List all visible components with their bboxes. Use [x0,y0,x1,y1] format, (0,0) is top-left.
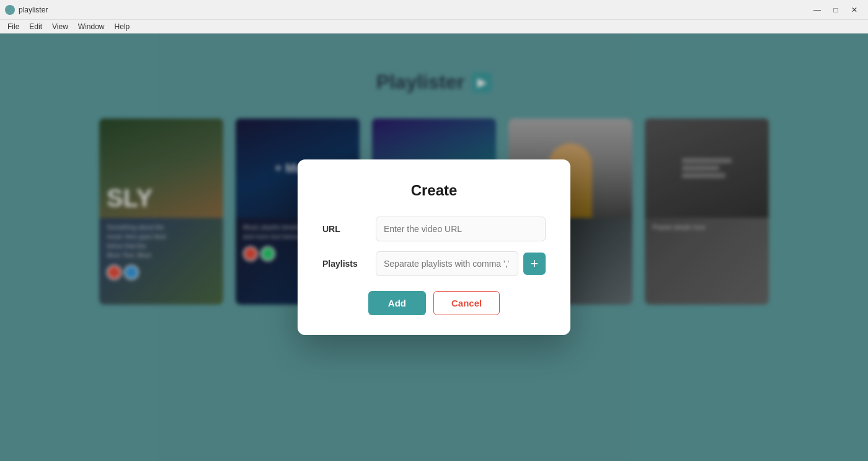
playlists-form-row: Playlists + [322,251,546,276]
url-form-row: URL [322,217,546,241]
menu-view[interactable]: View [47,21,73,32]
menu-file[interactable]: File [2,21,24,32]
playlists-input[interactable] [376,251,518,276]
modal-backdrop: Create URL Playlists + Add Cancel [0,34,868,461]
url-input[interactable] [376,217,546,241]
main-content: Playlister ▶ SLY Something about themusi… [0,34,868,461]
menu-window[interactable]: Window [73,21,110,32]
modal-actions: Add Cancel [322,291,546,315]
maximize-button[interactable]: □ [827,4,844,16]
playlists-input-group: + [376,251,546,276]
close-button[interactable]: ✕ [846,4,863,16]
title-bar-left: playlister [5,5,48,15]
modal-title: Create [322,182,546,199]
playlists-label: Playlists [322,259,366,269]
url-label: URL [322,224,366,234]
menu-help[interactable]: Help [110,21,135,32]
menu-bar: File Edit View Window Help [0,20,868,34]
title-bar: playlister — □ ✕ [0,0,868,20]
menu-edit[interactable]: Edit [24,21,47,32]
minimize-button[interactable]: — [808,4,826,16]
create-modal: Create URL Playlists + Add Cancel [298,159,570,335]
cancel-button[interactable]: Cancel [433,291,500,315]
add-playlist-button[interactable]: + [523,253,546,275]
app-name: playlister [19,6,48,14]
add-button[interactable]: Add [368,291,426,315]
app-icon [5,5,15,15]
window-controls: — □ ✕ [808,4,863,16]
